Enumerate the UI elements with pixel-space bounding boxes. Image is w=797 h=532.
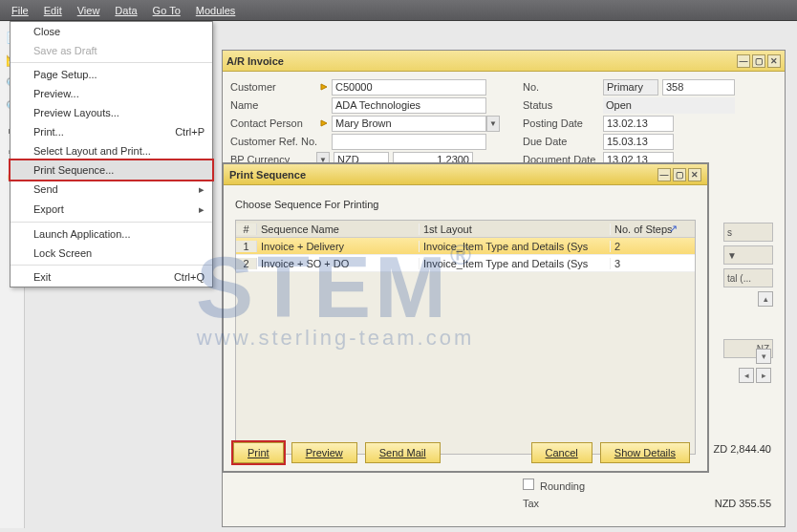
menu-edit[interactable]: Edit — [36, 3, 70, 18]
tax-value: NZD 355.55 — [715, 498, 771, 509]
ref-label: Customer Ref. No. — [230, 136, 318, 147]
no-mode-field[interactable]: Primary — [603, 79, 658, 96]
scroll-right-icon[interactable]: ▸ — [756, 368, 771, 383]
file-menu-dropdown: Close Save as Draft Page Setup... Previe… — [10, 21, 213, 287]
status-field: Open — [603, 97, 735, 114]
preview-button[interactable]: Preview — [291, 442, 357, 463]
dropdown-fragment[interactable]: ▼ — [723, 245, 773, 265]
window-close-icon[interactable]: ✕ — [688, 168, 701, 181]
col-header-fragment: tal (... — [723, 268, 773, 287]
menu-view[interactable]: View — [70, 3, 108, 18]
table-empty-area — [236, 272, 695, 454]
ref-field[interactable] — [332, 134, 486, 150]
menubar: File Edit View Data Go To Modules — [0, 0, 797, 21]
send-mail-button[interactable]: Send Mail — [365, 442, 441, 463]
window-close-icon[interactable]: ✕ — [767, 54, 781, 68]
tax-label: Tax — [523, 498, 637, 509]
menu-sep — [11, 62, 212, 63]
scroll-up-icon[interactable]: ▴ — [758, 291, 773, 307]
menu-data[interactable]: Data — [107, 3, 144, 18]
mi-page-setup[interactable]: Page Setup... — [11, 65, 212, 84]
name-field[interactable]: ADA Technologies — [332, 97, 486, 114]
dropdown-icon[interactable]: ▼ — [486, 116, 500, 132]
mi-exit[interactable]: ExitCtrl+Q — [11, 267, 212, 287]
window-title-bar: A/R Invoice — ▢ ✕ — [223, 51, 785, 72]
table-row[interactable]: 2 Invoice + SO + DO Invoice_Item Type an… — [236, 255, 695, 272]
dialog-title-bar: Print Sequence — ▢ ✕ — [224, 164, 707, 185]
mi-preview-layouts[interactable]: Preview Layouts... — [11, 103, 212, 122]
mi-save-draft: Save as Draft — [11, 41, 212, 60]
rounding-label: Rounding — [540, 480, 585, 492]
total-amount: ZD 2,844.40 — [713, 443, 771, 455]
menu-modules[interactable]: Modules — [188, 3, 244, 18]
customer-field[interactable]: C50000 — [332, 79, 486, 96]
mi-send[interactable]: Send▸ — [11, 180, 212, 200]
due-field[interactable]: 15.03.13 — [603, 134, 674, 150]
name-label: Name — [230, 99, 318, 111]
posting-field[interactable]: 13.02.13 — [603, 116, 674, 132]
window-title: A/R Invoice — [226, 55, 284, 67]
rounding-checkbox[interactable] — [523, 479, 534, 490]
window-minimize-icon[interactable]: — — [737, 54, 750, 68]
scroll-left-icon[interactable]: ◂ — [739, 368, 754, 383]
no-field[interactable]: 358 — [662, 79, 735, 96]
scroll-down-icon[interactable]: ▾ — [756, 349, 771, 364]
dialog-title: Print Sequence — [229, 169, 306, 181]
sequence-table: # Sequence Name 1st Layout No. of Steps … — [235, 220, 696, 455]
print-sequence-dialog: Print Sequence — ▢ ✕ Choose Sequence For… — [222, 162, 709, 473]
posting-label: Posting Date — [523, 117, 603, 129]
svg-marker-1 — [321, 120, 327, 126]
mi-print-sequence[interactable]: Print Sequence... — [9, 159, 214, 181]
dialog-subtitle: Choose Sequence For Printing — [235, 199, 696, 210]
tab-fragment[interactable]: s — [723, 223, 773, 242]
col-layout[interactable]: 1st Layout — [420, 223, 611, 235]
chevron-right-icon: ▸ — [199, 203, 205, 216]
window-maximize-icon[interactable]: ▢ — [752, 54, 765, 68]
svg-marker-0 — [321, 84, 327, 90]
table-row[interactable]: 1 Invoice + Delivery Invoice_Item Type a… — [236, 238, 695, 255]
cancel-button[interactable]: Cancel — [531, 442, 592, 463]
mi-export[interactable]: Export▸ — [11, 200, 212, 220]
menu-goto[interactable]: Go To — [145, 3, 188, 18]
menu-file[interactable]: File — [4, 3, 36, 18]
mi-print[interactable]: Print...Ctrl+P — [11, 122, 212, 141]
window-maximize-icon[interactable]: ▢ — [673, 168, 686, 181]
customer-label: Customer — [230, 81, 318, 93]
no-label: No. — [523, 81, 603, 93]
col-num[interactable]: # — [236, 223, 257, 235]
contact-field[interactable]: Mary Brown — [332, 116, 486, 132]
mi-lock-screen[interactable]: Lock Screen — [11, 244, 212, 263]
link-arrow-icon[interactable] — [318, 82, 332, 92]
mi-close[interactable]: Close — [11, 22, 212, 41]
contact-label: Contact Person — [230, 117, 318, 129]
rhs-fragments: s ▼ tal (... ▴ NZ — [723, 223, 773, 358]
show-details-button[interactable]: Show Details — [600, 442, 690, 463]
chevron-right-icon: ▸ — [199, 183, 205, 196]
expand-icon[interactable]: ↗ — [669, 223, 678, 235]
menu-sep — [11, 265, 212, 266]
col-name[interactable]: Sequence Name — [257, 223, 420, 235]
link-arrow-icon[interactable] — [318, 118, 332, 128]
window-minimize-icon[interactable]: — — [657, 168, 671, 181]
menu-sep — [11, 222, 212, 223]
due-label: Due Date — [523, 136, 603, 147]
mi-launch-app[interactable]: Launch Application... — [11, 224, 212, 244]
mi-select-layout-print[interactable]: Select Layout and Print... — [11, 141, 212, 160]
print-button[interactable]: Print — [233, 442, 284, 463]
mi-preview[interactable]: Preview... — [11, 84, 212, 103]
status-label: Status — [523, 99, 603, 111]
